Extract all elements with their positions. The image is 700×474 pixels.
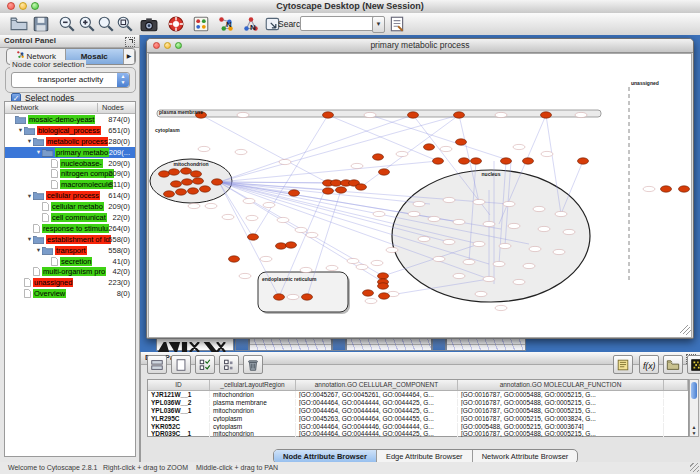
table-row[interactable]: YJR121W__1mitochondrion[GO:0045267, GO:0… bbox=[148, 391, 688, 399]
close-view-button[interactable] bbox=[153, 42, 160, 49]
network-view-window[interactable]: primary metabolic process plasma membran… bbox=[146, 38, 694, 339]
minimize-view-button[interactable] bbox=[164, 42, 171, 49]
gene-node[interactable] bbox=[274, 294, 285, 300]
gene-node[interactable] bbox=[212, 179, 223, 185]
select-attributes-icon[interactable] bbox=[147, 355, 167, 374]
scrollbar-thumb[interactable] bbox=[691, 382, 697, 399]
create-attribute-icon[interactable] bbox=[171, 355, 191, 374]
gene-node-label[interactable] bbox=[508, 223, 520, 228]
gene-node-label[interactable] bbox=[433, 256, 445, 261]
gene-node-label[interactable] bbox=[413, 201, 425, 206]
gene-node-label[interactable] bbox=[205, 203, 217, 208]
gene-node[interactable] bbox=[286, 242, 297, 248]
background-window-fragment[interactable] bbox=[446, 338, 526, 351]
tree-row[interactable]: unassigned223(0) bbox=[5, 277, 135, 288]
gene-node[interactable] bbox=[373, 154, 384, 160]
table-row[interactable]: YPL036W__1mitochondrion[GO:0044464, GO:0… bbox=[148, 407, 688, 415]
frame-resize-grip[interactable] bbox=[680, 325, 691, 335]
background-window-fragment[interactable] bbox=[156, 338, 234, 351]
gene-node-label[interactable] bbox=[351, 163, 363, 168]
gene-node-label[interactable] bbox=[365, 298, 377, 303]
gene-node-label[interactable] bbox=[499, 243, 511, 248]
gene-node[interactable] bbox=[379, 293, 390, 299]
gene-node-label[interactable] bbox=[643, 186, 655, 191]
gene-node-label[interactable] bbox=[533, 206, 545, 211]
gene-node-label[interactable] bbox=[503, 201, 515, 206]
search-input[interactable] bbox=[300, 16, 376, 31]
gene-node[interactable] bbox=[378, 283, 389, 289]
window-resize-grip[interactable] bbox=[690, 463, 699, 472]
gene-node-label[interactable] bbox=[513, 144, 525, 149]
gene-node-label[interactable] bbox=[222, 214, 234, 219]
tree-row[interactable]: ▼establishment of lo558(0) bbox=[5, 234, 135, 245]
gene-node[interactable] bbox=[193, 178, 204, 184]
gene-node-label[interactable] bbox=[575, 112, 587, 117]
gene-node-label[interactable] bbox=[277, 217, 289, 222]
tree-row[interactable]: ▼metabolic process280(0) bbox=[5, 136, 135, 147]
network-nodes-a-icon[interactable]: N bbox=[217, 15, 235, 33]
gene-node[interactable] bbox=[229, 256, 240, 262]
column-header[interactable]: ID bbox=[148, 380, 210, 390]
gene-node-label[interactable] bbox=[538, 226, 550, 231]
gene-node[interactable] bbox=[578, 158, 589, 164]
tree-row[interactable]: macromolecule311(0) bbox=[5, 179, 135, 190]
tree-row[interactable]: cell communicat22(0) bbox=[5, 212, 135, 223]
gene-node[interactable] bbox=[331, 180, 342, 186]
window-titlebar[interactable]: Cytoscape Desktop (New Session) bbox=[0, 0, 700, 14]
node-color-dropdown[interactable]: transporter activity ▲▼ bbox=[11, 72, 130, 88]
gene-node[interactable] bbox=[379, 169, 390, 175]
gene-node-label[interactable] bbox=[463, 259, 475, 264]
tree-row[interactable]: secretion41(0) bbox=[5, 256, 135, 267]
attribute-table-header[interactable]: ID_cellularLayoutRegionannotation.GO CEL… bbox=[148, 380, 688, 391]
gene-node-label[interactable] bbox=[287, 294, 299, 299]
network-nodes-b-icon[interactable]: N bbox=[242, 15, 260, 33]
gene-node-label[interactable] bbox=[493, 261, 505, 266]
gene-node[interactable] bbox=[661, 186, 672, 192]
gene-node-label[interactable] bbox=[347, 258, 359, 263]
expander-icon[interactable]: ▼ bbox=[35, 149, 42, 155]
gene-node[interactable] bbox=[433, 158, 444, 164]
gene-node[interactable] bbox=[679, 186, 690, 192]
gene-node[interactable] bbox=[501, 158, 512, 164]
import-attributes-icon[interactable] bbox=[663, 355, 683, 374]
gene-node-label[interactable] bbox=[555, 211, 567, 216]
gene-node-label[interactable] bbox=[475, 291, 487, 296]
gene-node[interactable] bbox=[188, 188, 199, 194]
expander-icon[interactable]: ▼ bbox=[35, 247, 42, 253]
gene-node[interactable] bbox=[424, 144, 435, 150]
attribute-grid-icon[interactable] bbox=[192, 15, 210, 33]
gene-node-label[interactable] bbox=[440, 146, 452, 151]
gene-node-label[interactable] bbox=[260, 256, 272, 261]
gene-node-label[interactable] bbox=[386, 247, 398, 252]
gene-node-label[interactable] bbox=[483, 276, 495, 281]
gene-node[interactable] bbox=[248, 234, 259, 240]
tree-row[interactable]: multi-organism pro42(0) bbox=[5, 266, 135, 277]
gene-node[interactable] bbox=[323, 112, 334, 118]
gene-node-label[interactable] bbox=[246, 215, 258, 220]
tree-row[interactable]: nucleobase-209(0) bbox=[5, 158, 135, 169]
annotation-notes-icon[interactable] bbox=[613, 355, 633, 374]
gene-node[interactable] bbox=[541, 112, 552, 118]
gene-node-label[interactable] bbox=[453, 219, 465, 224]
gene-node[interactable] bbox=[302, 294, 313, 300]
table-scrollbar[interactable]: ▲▼ bbox=[689, 379, 699, 437]
gene-node-label[interactable] bbox=[263, 202, 275, 207]
tree-row[interactable]: response to stimulu264(0) bbox=[5, 223, 135, 234]
gene-node[interactable] bbox=[171, 181, 182, 187]
gene-node[interactable] bbox=[454, 112, 465, 118]
gene-node-label[interactable] bbox=[495, 112, 507, 117]
expander-icon[interactable]: ▼ bbox=[17, 127, 24, 133]
gene-node[interactable] bbox=[323, 188, 334, 194]
gene-node[interactable] bbox=[356, 184, 367, 190]
gene-node-label[interactable] bbox=[473, 199, 485, 204]
network-window-titlebar[interactable]: primary metabolic process bbox=[147, 39, 693, 53]
table-row[interactable]: YLR295Ccytoplasm[GO:0045263, GO:0044464,… bbox=[148, 414, 688, 422]
tree-row[interactable]: ▼primary metabo209(... bbox=[5, 147, 135, 158]
gene-node[interactable] bbox=[191, 171, 202, 177]
expander-icon[interactable]: ▼ bbox=[26, 236, 33, 242]
float-panel-icon[interactable] bbox=[125, 37, 135, 47]
background-window-fragment[interactable] bbox=[432, 338, 446, 351]
snapshot-camera-icon[interactable] bbox=[140, 15, 158, 33]
tree-row[interactable]: ▼cellular process614(0) bbox=[5, 190, 135, 201]
gene-node[interactable] bbox=[459, 158, 470, 164]
